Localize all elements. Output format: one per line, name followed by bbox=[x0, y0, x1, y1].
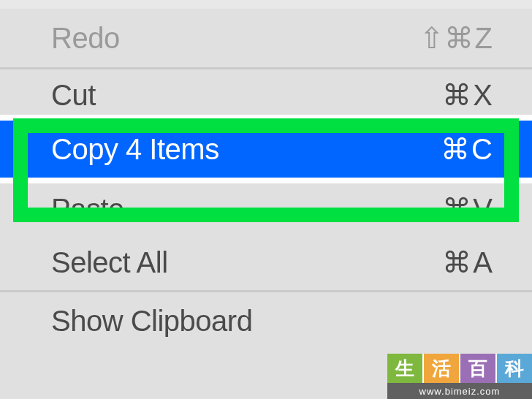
shortcut: ⌘V bbox=[442, 192, 493, 226]
shortcut-key: X bbox=[473, 79, 493, 112]
watermark-char: 科 bbox=[495, 354, 532, 383]
shortcut-modifier: ⇧⌘ bbox=[419, 21, 474, 55]
watermark-title: 生 活 百 科 bbox=[387, 354, 532, 383]
shortcut: ⌘A bbox=[442, 246, 493, 279]
highlight-wrap: Copy 4 Items ⌘C bbox=[0, 121, 532, 178]
menu-item-show-clipboard[interactable]: Show Clipboard bbox=[0, 292, 532, 349]
shortcut-modifier: ⌘ bbox=[442, 78, 471, 112]
menu-top-edge bbox=[0, 0, 532, 9]
watermark-url: www.bimeiz.com bbox=[387, 383, 532, 399]
menu-item-cut[interactable]: Cut ⌘X bbox=[0, 69, 532, 121]
menu-item-select-all[interactable]: Select All ⌘A bbox=[0, 235, 532, 290]
watermark-char: 生 bbox=[387, 354, 422, 383]
menu-item-paste[interactable]: Paste ⌘V bbox=[0, 183, 532, 235]
shortcut-modifier: ⌘ bbox=[442, 192, 471, 226]
watermark: 生 活 百 科 www.bimeiz.com bbox=[387, 354, 532, 399]
shortcut-modifier: ⌘ bbox=[442, 246, 471, 279]
menu-item-label: Copy 4 Items bbox=[51, 133, 219, 166]
watermark-char: 活 bbox=[422, 354, 459, 383]
menu-item-label: Show Clipboard bbox=[51, 305, 252, 338]
shortcut: ⌘C bbox=[441, 132, 493, 166]
menu-item-label: Redo bbox=[51, 22, 120, 55]
menu-item-redo[interactable]: Redo ⇧⌘Z bbox=[0, 9, 532, 67]
edit-menu: Redo ⇧⌘Z Cut ⌘X Copy 4 Items ⌘C Paste ⌘V… bbox=[0, 0, 532, 399]
watermark-char: 百 bbox=[459, 354, 495, 383]
shortcut-modifier: ⌘ bbox=[441, 132, 470, 166]
menu-item-label: Select All bbox=[51, 246, 168, 279]
menu-item-label: Cut bbox=[51, 79, 96, 112]
shortcut-key: V bbox=[473, 193, 493, 226]
shortcut-key: Z bbox=[475, 22, 493, 55]
shortcut-key: A bbox=[473, 246, 493, 279]
shortcut: ⇧⌘Z bbox=[419, 21, 493, 55]
shortcut-key: C bbox=[471, 133, 493, 166]
shortcut: ⌘X bbox=[442, 78, 493, 112]
menu-item-copy[interactable]: Copy 4 Items ⌘C bbox=[0, 121, 532, 178]
menu-item-label: Paste bbox=[51, 193, 124, 226]
